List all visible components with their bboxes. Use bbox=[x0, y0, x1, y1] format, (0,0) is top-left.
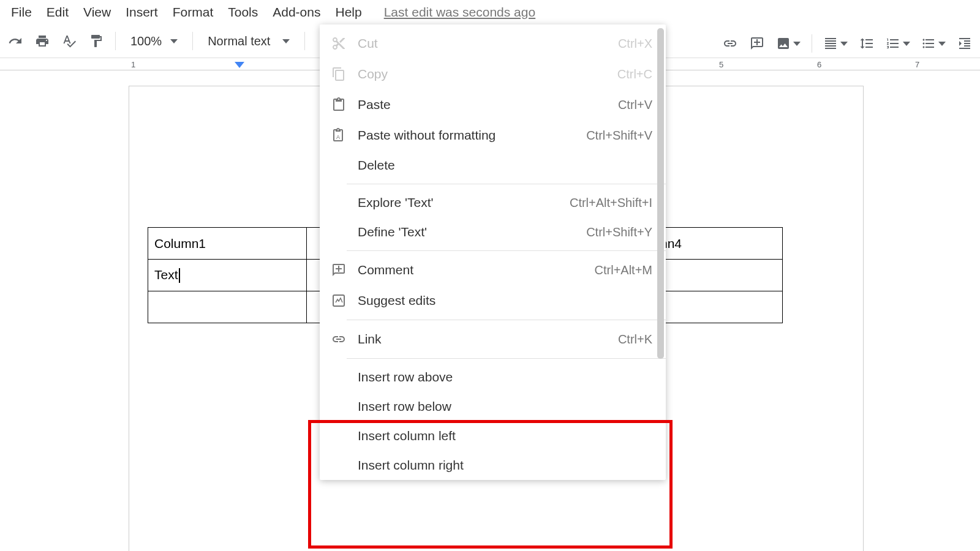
menu-item-shortcut: Ctrl+Shift+V bbox=[586, 129, 652, 143]
align-icon bbox=[823, 36, 838, 51]
context-menu-item-cut: CutCtrl+X bbox=[320, 28, 666, 59]
copy-icon bbox=[331, 66, 347, 82]
menu-item-shortcut: Ctrl+C bbox=[617, 67, 652, 81]
menu-item-label: Define 'Text' bbox=[358, 225, 586, 239]
context-menu-item-paste[interactable]: PasteCtrl+V bbox=[320, 89, 666, 120]
context-menu-item-insert-row-above[interactable]: Insert row above bbox=[320, 362, 666, 392]
chevron-down-icon bbox=[170, 39, 178, 43]
add-comment-button[interactable] bbox=[745, 32, 769, 55]
paragraph-style-select[interactable]: Normal text bbox=[200, 34, 297, 48]
menu-item-label: Insert column right bbox=[358, 458, 652, 473]
line-spacing-button[interactable] bbox=[855, 32, 878, 55]
menu-item-label: Comment bbox=[358, 263, 595, 277]
menu-item-label: Delete bbox=[358, 158, 652, 173]
style-value: Normal text bbox=[208, 34, 270, 48]
menu-help[interactable]: Help bbox=[335, 5, 361, 20]
menu-item-label: Insert column left bbox=[358, 429, 652, 443]
svg-text:A: A bbox=[336, 134, 340, 140]
menu-item-label: Paste without formatting bbox=[358, 128, 586, 143]
menu-item-label: Copy bbox=[358, 67, 617, 81]
link-icon bbox=[331, 331, 347, 347]
context-menu-item-explore-text[interactable]: Explore 'Text'Ctrl+Alt+Shift+I bbox=[320, 188, 666, 217]
chevron-down-icon bbox=[903, 42, 910, 46]
ruler-mark: 1 bbox=[131, 60, 135, 69]
menu-divider bbox=[347, 320, 666, 320]
numbered-list-button[interactable] bbox=[882, 32, 914, 55]
chevron-down-icon bbox=[282, 39, 290, 43]
last-edit-status[interactable]: Last edit was seconds ago bbox=[384, 5, 536, 20]
paint-format-button[interactable] bbox=[85, 29, 108, 53]
menu-divider bbox=[347, 358, 666, 359]
indent-marker[interactable] bbox=[235, 62, 244, 68]
table-cell[interactable] bbox=[148, 291, 307, 323]
menu-view[interactable]: View bbox=[83, 5, 111, 20]
ruler-mark: 5 bbox=[719, 60, 723, 69]
context-menu-item-define-text[interactable]: Define 'Text'Ctrl+Shift+Y bbox=[320, 217, 666, 247]
menu-item-label: Insert row above bbox=[358, 370, 652, 384]
bulleted-list-icon bbox=[921, 36, 936, 51]
menu-item-shortcut: Ctrl+V bbox=[618, 98, 652, 112]
image-icon bbox=[776, 36, 791, 51]
menu-file[interactable]: File bbox=[11, 5, 32, 20]
menu-item-label: Cut bbox=[358, 36, 618, 51]
toolbar-separator bbox=[192, 32, 193, 50]
context-menu-item-suggest-edits[interactable]: Suggest edits bbox=[320, 285, 666, 316]
chevron-down-icon bbox=[840, 42, 848, 46]
menu-item-shortcut: Ctrl+Shift+Y bbox=[586, 225, 652, 239]
context-menu-item-paste-without-formatting[interactable]: APaste without formattingCtrl+Shift+V bbox=[320, 120, 666, 151]
menu-format[interactable]: Format bbox=[173, 5, 214, 20]
toolbar-right bbox=[715, 27, 980, 60]
menu-addons[interactable]: Add-ons bbox=[273, 5, 320, 20]
redo-icon bbox=[8, 34, 23, 48]
suggest-icon bbox=[331, 293, 347, 309]
print-icon bbox=[35, 34, 50, 48]
ruler-mark: 6 bbox=[817, 60, 821, 69]
insert-image-button[interactable] bbox=[772, 32, 804, 55]
context-menu-item-delete[interactable]: Delete bbox=[320, 151, 666, 180]
menu-divider bbox=[347, 184, 666, 184]
menu-item-label: Insert row below bbox=[358, 399, 652, 414]
chevron-down-icon bbox=[938, 42, 946, 46]
context-menu-item-insert-row-below[interactable]: Insert row below bbox=[320, 392, 666, 421]
link-icon bbox=[723, 36, 737, 51]
bulleted-list-button[interactable] bbox=[918, 32, 949, 55]
menu-item-shortcut: Ctrl+Alt+M bbox=[595, 263, 652, 277]
zoom-value: 100% bbox=[130, 34, 162, 48]
numbered-list-icon bbox=[886, 36, 900, 51]
align-button[interactable] bbox=[820, 32, 851, 55]
context-menu-item-insert-column-left[interactable]: Insert column left bbox=[320, 421, 666, 451]
insert-link-button[interactable] bbox=[718, 32, 742, 55]
menu-item-label: Suggest edits bbox=[358, 293, 652, 308]
zoom-select[interactable]: 100% bbox=[123, 34, 185, 48]
scrollbar[interactable] bbox=[657, 28, 664, 359]
context-menu-item-insert-column-right[interactable]: Insert column right bbox=[320, 451, 666, 480]
context-menu: CutCtrl+XCopyCtrl+CPasteCtrl+VAPaste wit… bbox=[320, 24, 666, 480]
menu-tools[interactable]: Tools bbox=[228, 5, 258, 20]
menu-insert[interactable]: Insert bbox=[126, 5, 158, 20]
table-cell-active[interactable]: Text bbox=[148, 260, 307, 291]
redo-button[interactable] bbox=[4, 29, 27, 53]
context-menu-item-link[interactable]: LinkCtrl+K bbox=[320, 324, 666, 354]
menu-edit[interactable]: Edit bbox=[47, 5, 69, 20]
cut-icon bbox=[331, 36, 347, 51]
spellcheck-icon bbox=[62, 34, 77, 48]
comment-icon bbox=[331, 262, 347, 278]
ruler-mark: 7 bbox=[915, 60, 919, 69]
indent-button[interactable] bbox=[953, 32, 976, 55]
toolbar-separator bbox=[812, 34, 812, 53]
context-menu-item-comment[interactable]: CommentCtrl+Alt+M bbox=[320, 255, 666, 285]
menu-item-label: Explore 'Text' bbox=[358, 195, 570, 210]
toolbar-separator bbox=[304, 32, 305, 50]
paste-plain-icon: A bbox=[331, 127, 347, 143]
indent-icon bbox=[957, 36, 972, 51]
menu-item-shortcut: Ctrl+Alt+Shift+I bbox=[570, 196, 652, 210]
spellcheck-button[interactable] bbox=[58, 29, 81, 53]
paint-format-icon bbox=[89, 34, 104, 48]
menubar: File Edit View Insert Format Tools Add-o… bbox=[0, 0, 980, 24]
menu-item-label: Link bbox=[358, 332, 618, 347]
table-cell[interactable]: Column1 bbox=[148, 228, 307, 260]
comment-icon bbox=[750, 36, 764, 51]
print-button[interactable] bbox=[31, 29, 54, 53]
menu-item-shortcut: Ctrl+K bbox=[618, 332, 652, 347]
chevron-down-icon bbox=[793, 42, 801, 46]
